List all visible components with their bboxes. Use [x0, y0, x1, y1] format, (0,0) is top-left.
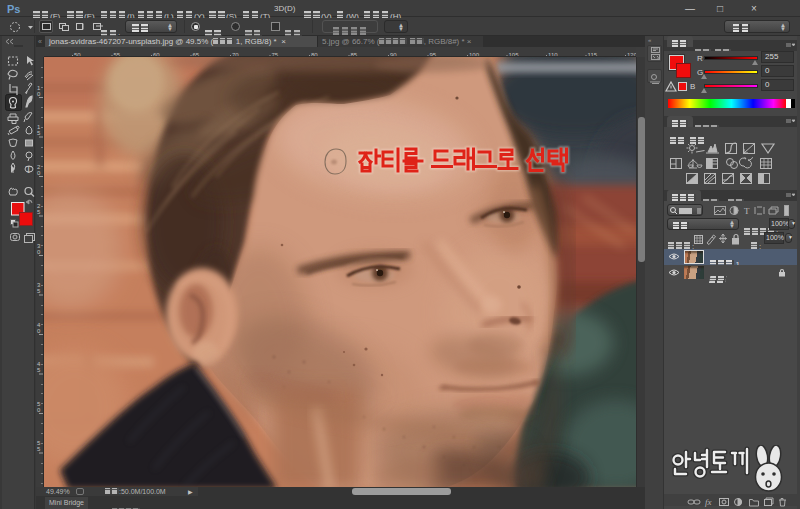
- svg-text:0: 0: [37, 249, 41, 255]
- svg-text:5: 5: [37, 209, 41, 215]
- svg-text:5: 5: [37, 288, 41, 294]
- svg-text:0: 0: [37, 170, 41, 176]
- svg-text:0: 0: [37, 407, 41, 413]
- svg-text:5: 5: [37, 446, 41, 452]
- svg-text:5: 5: [37, 367, 41, 373]
- svg-text:0: 0: [37, 328, 41, 334]
- svg-text:fx: fx: [705, 497, 712, 507]
- svg-text:0: 0: [37, 91, 41, 97]
- svg-text:5: 5: [37, 130, 41, 136]
- svg-text:T: T: [744, 206, 750, 216]
